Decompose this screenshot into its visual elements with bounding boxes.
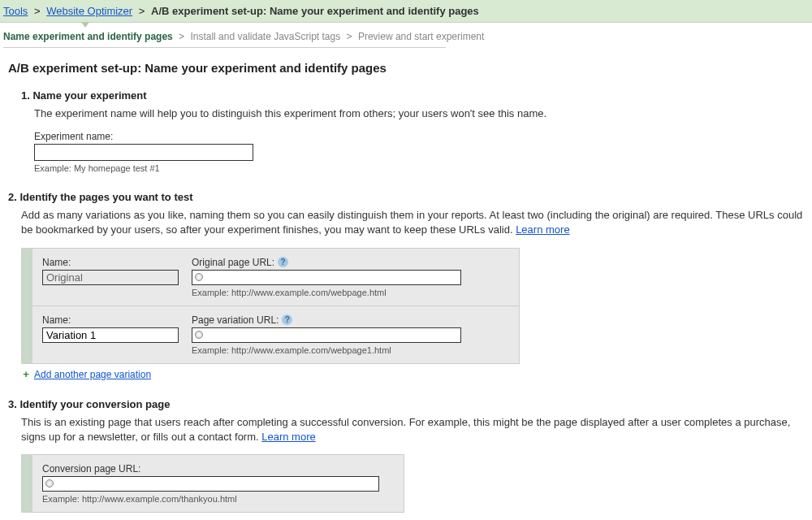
section-name-experiment: 1. Name your experiment The experiment n… xyxy=(8,89,804,173)
breadcrumb-tools[interactable]: Tools xyxy=(3,5,28,17)
help-icon[interactable]: ? xyxy=(278,257,288,267)
breadcrumb-current: A/B experiment set-up: Name your experim… xyxy=(151,5,479,17)
step-1: Name experiment and identify pages xyxy=(3,31,173,42)
variation-row-original: Name: Original page URL: ? Example: http… xyxy=(32,249,519,306)
breadcrumb-sep: > xyxy=(139,5,145,17)
section-2-learn-more[interactable]: Learn more xyxy=(516,223,569,236)
breadcrumb-sep: > xyxy=(34,5,41,17)
globe-icon xyxy=(45,479,54,488)
variation-url-label: Page variation URL: xyxy=(192,314,279,326)
page-title: A/B experiment set-up: Name your experim… xyxy=(8,61,804,75)
conversion-url-example: Example: http://www.example.com/thankyou… xyxy=(42,494,392,504)
section-1-header: 1. Name your experiment xyxy=(21,89,804,102)
original-url-input[interactable] xyxy=(205,271,460,284)
plus-icon: + xyxy=(21,370,31,379)
experiment-name-input[interactable] xyxy=(34,144,253,161)
experiment-name-example: Example: My homepage test #1 xyxy=(34,163,804,173)
original-url-example: Example: http://www.example.com/webpage.… xyxy=(192,288,508,297)
variation-name-input-1[interactable] xyxy=(42,327,179,343)
conversion-url-label: Conversion page URL: xyxy=(42,463,392,474)
add-variation-wrap: + Add another page variation xyxy=(21,369,804,380)
breadcrumb-optimizer[interactable]: Website Optimizer xyxy=(46,5,132,17)
variation-name-input-original xyxy=(42,270,179,285)
globe-icon xyxy=(195,273,203,281)
variation-url-input-1[interactable] xyxy=(205,328,460,342)
section-3-desc: This is an existing page that users reac… xyxy=(21,415,804,444)
section-2-header: 2. Identify the pages you want to test xyxy=(8,191,804,203)
help-icon[interactable]: ? xyxy=(282,314,292,325)
variation-url-example: Example: http://www.example.com/webpage1… xyxy=(192,345,508,355)
section-2-desc: Add as many variations as you like, nami… xyxy=(21,208,804,237)
variations-panel: Name: Original page URL: ? Example: http… xyxy=(21,248,520,364)
step-indicator-arrow xyxy=(81,22,89,28)
wizard-steps: Name experiment and identify pages > Ins… xyxy=(0,23,812,53)
step-2: Install and validate JavaScript tags xyxy=(190,31,340,42)
experiment-name-label: Experiment name: xyxy=(34,131,804,142)
conversion-url-input[interactable] xyxy=(56,477,378,491)
variation-name-label: Name: xyxy=(42,257,192,268)
conversion-url-input-wrap xyxy=(42,476,379,492)
section-identify-pages: 2. Identify the pages you want to test A… xyxy=(8,191,804,379)
section-conversion-page: 3. Identify your conversion page This is… xyxy=(8,398,804,513)
step-3: Preview and start experiment xyxy=(358,31,484,42)
original-url-input-wrap xyxy=(192,270,461,285)
original-url-label: Original page URL: xyxy=(192,257,274,268)
conversion-panel: Conversion page URL: Example: http://www… xyxy=(21,454,404,513)
variation-row-1: Name: Page variation URL: ? Example: htt… xyxy=(32,306,519,363)
globe-icon xyxy=(195,331,203,339)
section-1-desc: The experiment name will help you to dis… xyxy=(34,106,804,121)
add-variation-link[interactable]: Add another page variation xyxy=(34,369,151,380)
variation-url-input-wrap xyxy=(192,327,461,343)
section-3-header: 3. Identify your conversion page xyxy=(8,398,804,410)
section-3-learn-more[interactable]: Learn more xyxy=(261,431,315,443)
variation-name-label: Name: xyxy=(42,314,192,326)
breadcrumb: Tools > Website Optimizer > A/B experime… xyxy=(0,0,812,23)
